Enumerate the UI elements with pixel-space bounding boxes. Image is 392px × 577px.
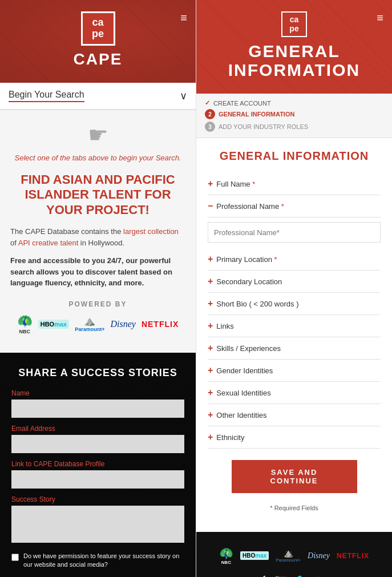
links-label: Links [216, 322, 233, 330]
story-group: Success Story [11, 495, 184, 545]
find-heading: FIND ASIAN AND PACIFIC ISLANDER TALENT F… [10, 172, 185, 217]
plus-icon-other: + [208, 410, 213, 420]
link-input[interactable] [11, 470, 184, 489]
site-title-left: CAPE [74, 50, 123, 68]
step-2-number: 2 [205, 109, 215, 119]
social-links: f 📷 🐦 ▶ [262, 574, 326, 577]
other-row[interactable]: + Other Identities [208, 404, 381, 426]
professional-name-row[interactable]: − Professional Name * [208, 195, 381, 217]
sexual-row[interactable]: + Sexual Identities [208, 382, 381, 404]
youtube-icon[interactable]: ▶ [318, 574, 326, 577]
right-page-title: GENERALINFORMATION [228, 42, 360, 79]
footer-hbo-logo: HBOmax [240, 551, 269, 560]
link-label: Link to CAPE Database Profile [11, 460, 184, 468]
find-description: The CAPE Database contains the largest c… [10, 226, 185, 248]
permission-label: Do we have permission to feature your su… [23, 552, 184, 570]
primary-location-row[interactable]: + Primary Location * [208, 248, 381, 271]
logo-text-left: cape [92, 17, 104, 40]
name-group: Name [11, 389, 184, 418]
powered-by-section: POWERED BY 🦚 NBC HBOmax ⛰️ Paramount+ Di… [10, 300, 185, 334]
permission-checkbox[interactable] [11, 554, 19, 561]
save-continue-button[interactable]: SAVE AND CONTINUE [232, 460, 357, 493]
share-title: SHARE A SUCCESS STORIES [11, 367, 184, 379]
powered-by-label: POWERED BY [10, 300, 185, 308]
nbc-logo: 🦚 NBC [17, 314, 33, 334]
required-note: * Required Fields [208, 505, 381, 511]
nbc-text: NBC [19, 329, 30, 334]
minus-icon-professional-name: − [208, 201, 213, 211]
search-bar-text: Begin Your Search [9, 90, 84, 102]
footer-nbc-logo: 🦚 NBC [219, 546, 233, 565]
hand-icon: ☛ [10, 122, 185, 148]
step-3-label: ADD YOUR INDUSTRY ROLES [219, 123, 308, 130]
footer-paramount-logo: ⛰️ Paramount+ [276, 548, 301, 563]
plus-icon-gender: + [208, 365, 213, 376]
netflix-logo: NETFLIX [142, 320, 179, 329]
gender-label: Gender Identities [216, 366, 273, 375]
full-name-row[interactable]: + Full Name * [208, 173, 381, 195]
instagram-icon[interactable]: 📷 [274, 574, 287, 577]
right-header: ≡ cape GENERALINFORMATION [196, 0, 392, 94]
professional-name-expanded [208, 217, 381, 248]
footer-nbc-text: NBC [221, 560, 231, 565]
footer-logos: 🦚 NBC HBOmax ⛰️ Paramount+ Disney NETFLI… [219, 546, 369, 565]
name-input[interactable] [11, 400, 184, 418]
search-bar[interactable]: Begin Your Search ∨ [0, 83, 196, 110]
form-title: GENERAL INFORMATION [208, 150, 381, 163]
general-info-form: GENERAL INFORMATION + Full Name * − Prof… [196, 138, 392, 532]
hamburger-menu-right[interactable]: ≡ [377, 11, 383, 25]
partner-logos: 🦚 NBC HBOmax ⛰️ Paramount+ Disney NETFLI… [10, 314, 185, 334]
right-panel: ≡ cape GENERALINFORMATION ✓ CREATE ACCOU… [196, 0, 392, 577]
hbo-logo: HBOmax [38, 320, 69, 329]
professional-name-label: Professional Name * [216, 202, 284, 211]
footer-disney-logo: Disney [308, 551, 330, 560]
primary-location-label: Primary Location * [216, 255, 277, 264]
skills-label: Skills / Experiences [216, 344, 281, 353]
email-input[interactable] [11, 435, 184, 453]
left-content: ☛ Select one of the tabs above to begin … [0, 110, 196, 353]
story-label: Success Story [11, 495, 184, 503]
links-row[interactable]: + Links [208, 315, 381, 337]
plus-icon-primary-location: + [208, 254, 213, 264]
logo-right: cape [281, 11, 307, 37]
plus-icon-secondary-location: + [208, 276, 213, 287]
disney-logo: Disney [110, 319, 135, 329]
find-description-2: Free and accessible to you 24/7, our pow… [10, 255, 185, 289]
footer-peacock-icon: 🦚 [219, 546, 233, 560]
ethnicity-row[interactable]: + Ethnicity [208, 426, 381, 449]
secondary-location-row[interactable]: + Secondary Location [208, 271, 381, 293]
story-textarea[interactable] [11, 506, 184, 543]
left-header: ≡ cape CAPE [0, 0, 196, 83]
step-2-label: GENERAL INFORMATION [219, 111, 294, 118]
full-name-label: Full Name * [216, 180, 255, 188]
footer-netflix-logo: NETFLIX [337, 552, 369, 560]
name-label: Name [11, 389, 184, 397]
facebook-icon[interactable]: f [262, 574, 265, 577]
logo-text-right: cape [289, 15, 298, 33]
plus-icon-short-bio: + [208, 298, 213, 309]
short-bio-row[interactable]: + Short Bio ( < 200 words ) [208, 293, 381, 315]
sexual-label: Sexual Identities [216, 389, 270, 397]
hamburger-menu-left[interactable]: ≡ [180, 11, 187, 25]
step-3-row: 3 ADD YOUR INDUSTRY ROLES [205, 122, 383, 132]
footer-section: 🦚 NBC HBOmax ⛰️ Paramount+ Disney NETFLI… [196, 532, 392, 577]
skills-row[interactable]: + Skills / Experiences [208, 337, 381, 360]
professional-name-input[interactable] [208, 222, 381, 243]
ethnicity-label: Ethnicity [216, 433, 244, 442]
step-3-number: 3 [205, 122, 215, 132]
email-label: Email Address [11, 425, 184, 433]
permission-row: Do we have permission to feature your su… [11, 552, 184, 570]
plus-icon-skills: + [208, 343, 213, 353]
steps-bar: ✓ CREATE ACCOUNT 2 GENERAL INFORMATION 3… [196, 94, 392, 138]
step-2-row: 2 GENERAL INFORMATION [205, 109, 383, 119]
email-group: Email Address [11, 425, 184, 453]
select-tabs-text: Select one of the tabs above to begin yo… [10, 154, 185, 162]
plus-icon-full-name: + [208, 179, 213, 189]
gender-row[interactable]: + Gender Identities [208, 360, 381, 382]
step-1-row: ✓ CREATE ACCOUNT [205, 99, 383, 107]
plus-icon-sexual: + [208, 388, 213, 398]
share-section: SHARE A SUCCESS STORIES Name Email Addre… [0, 353, 196, 577]
step-1-check-icon: ✓ [205, 99, 210, 107]
twitter-icon[interactable]: 🐦 [296, 574, 309, 577]
secondary-location-label: Secondary Location [216, 277, 282, 286]
